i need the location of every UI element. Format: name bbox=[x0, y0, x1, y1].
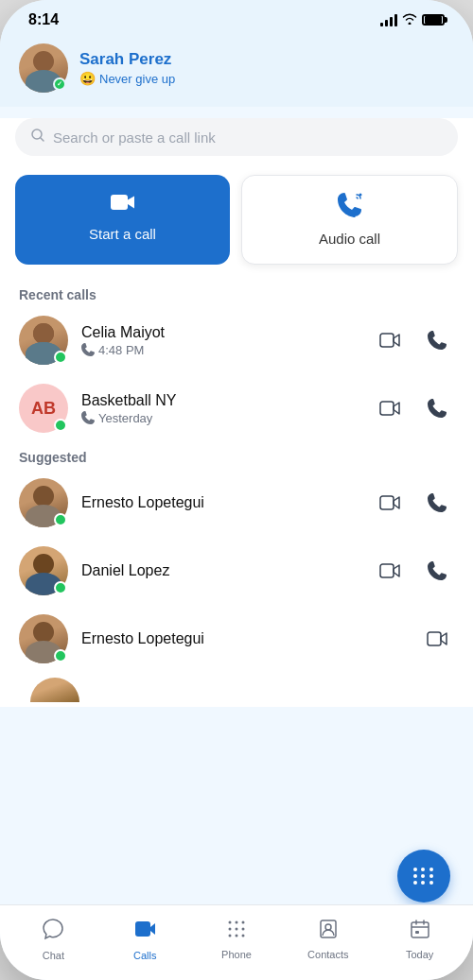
online-badge bbox=[54, 581, 67, 594]
status-bar: 8:14 bbox=[0, 0, 473, 34]
nav-item-chat[interactable]: Chat bbox=[8, 910, 99, 969]
contact-avatar-basketball: AB bbox=[19, 384, 68, 433]
fab-dialpad-button[interactable] bbox=[397, 850, 450, 903]
contact-info: Ernesto Lopetegui bbox=[81, 630, 407, 647]
audio-call-label: Audio call bbox=[319, 231, 380, 247]
search-placeholder: Search or paste a call link bbox=[53, 129, 216, 146]
nav-label-phone: Phone bbox=[221, 949, 252, 960]
battery-icon bbox=[422, 14, 445, 26]
nav-label-contacts: Contacts bbox=[307, 949, 348, 960]
start-call-label: Start a call bbox=[89, 226, 156, 242]
video-call-button[interactable] bbox=[373, 391, 407, 425]
svg-rect-3 bbox=[380, 334, 394, 347]
contact-avatar-celia bbox=[19, 316, 68, 365]
svg-point-13 bbox=[235, 927, 237, 930]
online-badge bbox=[54, 419, 67, 432]
today-icon bbox=[410, 919, 430, 945]
audio-call-button[interactable] bbox=[420, 554, 454, 588]
list-item[interactable]: Celia Maiyot 4:48 PM bbox=[8, 306, 465, 374]
partial-avatar bbox=[30, 678, 79, 702]
nav-item-calls[interactable]: Calls bbox=[99, 910, 191, 969]
recent-calls-list: Celia Maiyot 4:48 PM bbox=[0, 306, 473, 442]
contact-actions bbox=[373, 323, 454, 357]
list-item[interactable]: Ernesto Lopetegui bbox=[8, 605, 465, 673]
phone-frame: 8:14 Sa bbox=[0, 0, 473, 980]
svg-point-10 bbox=[235, 920, 237, 923]
search-icon bbox=[30, 128, 45, 146]
svg-rect-20 bbox=[412, 922, 429, 937]
contact-name: Daniel Lopez bbox=[81, 562, 359, 579]
svg-rect-1 bbox=[111, 195, 128, 210]
video-call-button[interactable] bbox=[420, 622, 454, 656]
contacts-icon bbox=[318, 919, 339, 945]
contact-actions bbox=[373, 486, 454, 520]
header: Sarah Perez 😀 Never give up bbox=[0, 34, 473, 107]
contact-name: Basketball NY bbox=[81, 392, 359, 409]
user-status: 😀 Never give up bbox=[79, 71, 175, 86]
contact-avatar-daniel bbox=[19, 546, 68, 595]
list-item[interactable]: Daniel Lopez bbox=[8, 537, 465, 605]
search-bar[interactable]: Search or paste a call link bbox=[15, 118, 458, 156]
call-buttons: Start a call Audio call bbox=[0, 167, 473, 280]
contact-actions bbox=[373, 554, 454, 588]
contact-info: Ernesto Lopetegui bbox=[81, 494, 359, 511]
svg-point-15 bbox=[228, 934, 231, 937]
call-type-icon bbox=[81, 411, 95, 424]
status-time: 8:14 bbox=[28, 11, 59, 28]
online-badge bbox=[54, 351, 67, 364]
svg-rect-5 bbox=[380, 496, 394, 509]
contact-meta: Yesterday bbox=[81, 411, 359, 425]
svg-point-16 bbox=[235, 934, 237, 937]
main-content: Search or paste a call link Start a call bbox=[0, 118, 473, 707]
svg-rect-8 bbox=[135, 921, 150, 937]
header-info: Sarah Perez 😀 Never give up bbox=[79, 50, 175, 86]
nav-item-contacts[interactable]: Contacts bbox=[282, 911, 374, 968]
user-name: Sarah Perez bbox=[79, 50, 175, 69]
phone-icon bbox=[226, 919, 247, 945]
contact-name: Ernesto Lopetegui bbox=[81, 494, 359, 511]
audio-call-icon bbox=[338, 193, 362, 223]
contact-actions bbox=[420, 622, 454, 656]
nav-item-phone[interactable]: Phone bbox=[191, 911, 283, 968]
start-call-button[interactable]: Start a call bbox=[15, 175, 230, 265]
contact-info: Basketball NY Yesterday bbox=[81, 392, 359, 425]
calls-icon bbox=[133, 918, 156, 946]
online-badge bbox=[54, 649, 67, 662]
audio-call-button[interactable] bbox=[420, 391, 454, 425]
contact-info: Celia Maiyot 4:48 PM bbox=[81, 324, 359, 357]
video-call-button[interactable] bbox=[373, 486, 407, 520]
list-item-partial bbox=[8, 673, 465, 707]
video-call-button[interactable] bbox=[373, 554, 407, 588]
online-status-dot bbox=[53, 77, 66, 91]
contact-avatar-ernesto1 bbox=[19, 478, 68, 527]
svg-rect-4 bbox=[380, 402, 394, 415]
list-item[interactable]: AB Basketball NY Yesterday bbox=[8, 374, 465, 442]
svg-point-14 bbox=[241, 927, 244, 930]
contact-name: Celia Maiyot bbox=[81, 324, 359, 341]
svg-point-9 bbox=[228, 920, 231, 923]
svg-rect-7 bbox=[428, 632, 441, 645]
signal-icon bbox=[380, 13, 397, 26]
svg-point-17 bbox=[241, 934, 244, 937]
contact-info: Daniel Lopez bbox=[81, 562, 359, 579]
avatar-container[interactable] bbox=[19, 43, 68, 93]
audio-call-button[interactable] bbox=[420, 486, 454, 520]
contact-actions bbox=[373, 391, 454, 425]
chat-icon bbox=[42, 918, 64, 946]
svg-rect-21 bbox=[415, 931, 419, 934]
bottom-nav: Chat Calls bbox=[0, 904, 473, 980]
online-badge bbox=[54, 513, 67, 526]
svg-rect-6 bbox=[380, 564, 394, 577]
contact-avatar-ernesto2 bbox=[19, 614, 68, 663]
nav-item-today[interactable]: Today bbox=[374, 911, 465, 968]
list-item[interactable]: Ernesto Lopetegui bbox=[8, 469, 465, 537]
nav-label-today: Today bbox=[406, 949, 433, 960]
video-icon bbox=[110, 192, 136, 218]
nav-label-chat: Chat bbox=[43, 950, 64, 961]
audio-call-button[interactable]: Audio call bbox=[241, 175, 458, 265]
nav-label-calls: Calls bbox=[133, 950, 156, 961]
svg-point-2 bbox=[359, 194, 361, 197]
wifi-icon bbox=[402, 12, 417, 27]
audio-call-button[interactable] bbox=[420, 323, 454, 357]
video-call-button[interactable] bbox=[373, 323, 407, 357]
